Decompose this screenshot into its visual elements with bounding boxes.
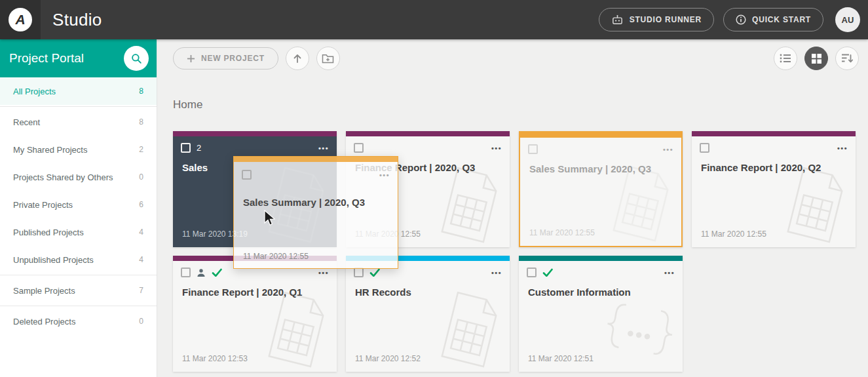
sidebar-item-projects-shared-by-others[interactable]: Projects Shared by Others 0 (0, 163, 157, 191)
card-checkbox[interactable] (181, 268, 191, 277)
card-accent-bar (520, 132, 681, 138)
list-view-button[interactable] (774, 47, 797, 70)
card-menu-icon[interactable]: ••• (318, 269, 329, 277)
search-button[interactable] (124, 46, 149, 71)
sidebar-item-label: Published Projects (13, 228, 84, 237)
sidebar-item-all-projects[interactable]: All Projects 8 (0, 77, 157, 105)
upload-button[interactable] (286, 47, 309, 70)
card-title: Sales Summary | 2020, Q3 (520, 157, 681, 174)
document-watermark-icon (776, 162, 854, 247)
shared-user-icon (197, 268, 206, 277)
card-title: Customer Information (519, 280, 683, 298)
new-project-button[interactable]: NEW PROJECT (173, 47, 278, 69)
document-watermark-icon (430, 287, 508, 372)
studio-runner-button[interactable]: STUDIO RUNNER (599, 8, 714, 31)
card-accent-bar (519, 256, 683, 261)
sidebar-item-label: Sample Projects (13, 286, 75, 296)
quick-start-label: QUICK START (752, 15, 811, 24)
search-icon (130, 52, 143, 65)
published-check-icon (212, 268, 222, 277)
projects-toolbar: NEW PROJECT (157, 39, 868, 77)
app-logo[interactable]: A (0, 0, 41, 39)
sidebar-item-label: Projects Shared by Others (13, 172, 113, 182)
breadcrumb[interactable]: Home (173, 98, 868, 111)
project-portal-sidebar: Project Portal All Projects 8 Recent 8 M… (0, 39, 157, 377)
sidebar-divider (0, 306, 157, 306)
drag-ghost-date: 11 Mar 2020 12:55 (243, 252, 309, 261)
card-menu-icon[interactable]: ••• (663, 146, 673, 153)
drag-ghost-card: ••• Sales Summary | 2020, Q3 11 Mar 2020… (233, 156, 398, 269)
card-menu-icon[interactable]: ••• (664, 269, 675, 277)
sidebar-item-label: Recent (13, 117, 40, 127)
project-card-hr-records[interactable]: ••• HR Records 11 Mar 2020 12:52 (346, 256, 510, 372)
card-title: Finance Report | 2020, Q1 (173, 280, 337, 298)
sidebar-item-sample-projects[interactable]: Sample Projects 7 (0, 277, 157, 304)
sidebar-item-label: Unpublished Projects (13, 255, 94, 265)
card-date: 11 Mar 2020 12:51 (528, 354, 594, 363)
card-accent-bar (692, 131, 856, 136)
sidebar-item-count: 8 (139, 117, 143, 127)
sidebar-item-count: 8 (139, 87, 143, 96)
card-menu-icon[interactable]: ••• (837, 144, 848, 152)
card-checkbox[interactable] (181, 143, 191, 153)
sidebar-item-published-projects[interactable]: Published Projects 4 (0, 218, 157, 246)
quick-start-button[interactable]: QUICK START (723, 8, 823, 31)
sidebar-item-count: 7 (139, 286, 143, 295)
card-date: 11 Mar 2020 12:52 (355, 354, 421, 363)
drag-ghost-title: Sales Summary | 2020, Q3 (243, 197, 388, 208)
project-card-customer-information[interactable]: ••• Customer Information 11 Mar 2020 12:… (519, 256, 683, 372)
plus-icon (187, 54, 195, 63)
card-accent-bar (346, 131, 510, 136)
card-date: 11 Mar 2020 12:55 (529, 228, 595, 237)
card-checkbox[interactable] (528, 144, 538, 154)
project-card-finance-q2[interactable]: ••• Finance Report | 2020, Q2 11 Mar 202… (692, 131, 856, 247)
grid-view-icon (812, 54, 821, 64)
list-view-icon (780, 54, 791, 63)
sidebar-item-count: 2 (139, 145, 143, 154)
studio-runner-label: STUDIO RUNNER (630, 15, 702, 24)
new-folder-button[interactable] (316, 47, 340, 70)
sidebar-item-deleted-projects[interactable]: Deleted Projects 0 (0, 308, 157, 335)
sidebar-item-label: All Projects (13, 87, 56, 96)
user-avatar[interactable]: AU (835, 7, 860, 32)
grid-view-button[interactable] (804, 47, 828, 70)
new-project-label: NEW PROJECT (201, 54, 265, 63)
sidebar-item-count: 6 (139, 200, 143, 209)
sort-button[interactable] (835, 47, 859, 70)
top-app-bar: A Studio STUDIO RUNNER QUICK START AU (0, 0, 868, 39)
card-checkbox[interactable] (527, 268, 537, 277)
card-menu-icon[interactable]: ••• (491, 269, 502, 277)
published-check-icon (542, 268, 553, 277)
sort-icon (841, 53, 853, 64)
sidebar-divider (0, 275, 157, 275)
card-checkbox (242, 170, 252, 180)
sidebar-item-count: 0 (139, 317, 143, 326)
sidebar-item-count: 0 (139, 172, 143, 182)
card-title: HR Records (346, 280, 510, 298)
sidebar-title: Project Portal (8, 51, 84, 66)
mouse-cursor-icon (263, 210, 278, 227)
sidebar-item-count: 4 (139, 255, 143, 264)
sidebar-item-label: My Shared Projects (13, 145, 87, 155)
card-checkbox[interactable] (700, 143, 709, 153)
project-card-finance-q1[interactable]: ••• Finance Report | 2020, Q1 11 Mar 202… (173, 256, 337, 372)
card-checkbox[interactable] (354, 268, 364, 277)
view-toggle-group (766, 47, 859, 70)
sidebar-item-label: Deleted Projects (13, 317, 75, 327)
document-watermark-icon (257, 287, 335, 372)
published-check-icon (369, 268, 380, 277)
sidebar-divider (0, 106, 157, 107)
card-menu-icon[interactable]: ••• (491, 144, 502, 152)
card-menu-icon[interactable]: ••• (318, 144, 329, 152)
document-watermark-icon (430, 162, 508, 247)
project-card-sales-summary-q3[interactable]: ••• Sales Summary | 2020, Q3 11 Mar 2020… (519, 131, 683, 247)
card-checkbox[interactable] (354, 143, 364, 153)
sidebar-item-recent[interactable]: Recent 8 (0, 108, 157, 136)
folder-plus-icon (322, 53, 334, 64)
sidebar-item-private-projects[interactable]: Private Projects 6 (0, 191, 157, 218)
card-date: 11 Mar 2020 12:53 (182, 354, 248, 363)
sidebar-item-my-shared-projects[interactable]: My Shared Projects 2 (0, 136, 157, 163)
robot-icon (611, 14, 624, 25)
alteryx-logo-icon: A (9, 8, 32, 31)
sidebar-item-unpublished-projects[interactable]: Unpublished Projects 4 (0, 246, 157, 273)
